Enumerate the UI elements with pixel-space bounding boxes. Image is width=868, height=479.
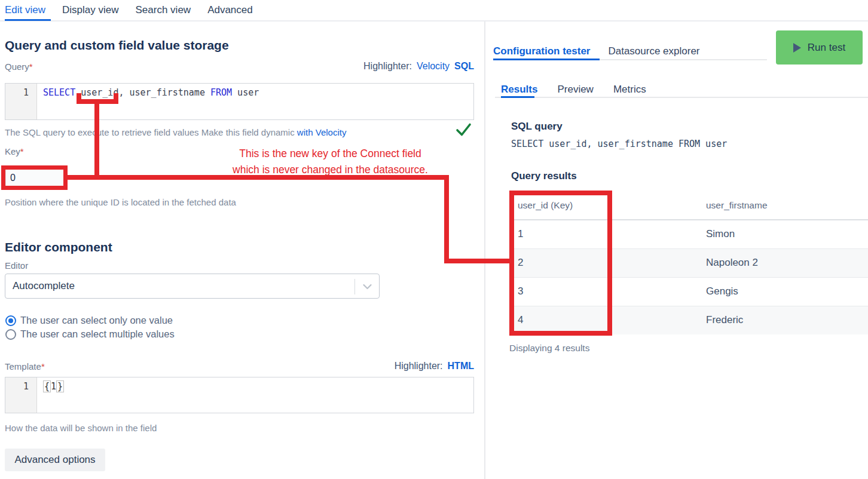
subtab-results[interactable]: Results <box>501 84 537 96</box>
highlighter-velocity-link[interactable]: Velocity <box>417 61 450 71</box>
annotation-note-line2: which is never changed in the datasource… <box>227 162 433 178</box>
advanced-options-button[interactable]: Advanced options <box>5 449 105 471</box>
select-divider <box>354 279 355 294</box>
chevron-down-icon[interactable] <box>362 282 372 294</box>
template-code-line[interactable]: {1} <box>37 377 473 413</box>
cell-user-id: 4 <box>509 306 698 334</box>
editor-select-value: Autocomplete <box>5 280 75 292</box>
sql-keyword-select: SELECT <box>43 87 75 98</box>
sql-columns: user_id, user_firstname <box>75 87 210 98</box>
results-count-text: Displaying 4 results <box>509 343 589 354</box>
line-number: 1 <box>23 87 29 98</box>
query-code-editor[interactable]: 1 SELECT user_id, user_firstname FROM us… <box>5 83 474 120</box>
subtab-preview[interactable]: Preview <box>557 84 593 96</box>
cell-user-firstname: Napoleon 2 <box>698 248 868 277</box>
tab-display-view[interactable]: Display view <box>62 4 118 16</box>
cell-user-id: 3 <box>509 277 698 306</box>
query-help-text: The SQL query to execute to retrieve fie… <box>5 127 346 137</box>
highlighter-sql-link[interactable]: SQL <box>454 61 474 71</box>
table-header-row: user_id (Key) user_firstname <box>509 191 868 220</box>
query-results-table: user_id (Key) user_firstname 1 Simon 2 N… <box>509 191 868 334</box>
cell-user-id: 2 <box>509 248 698 277</box>
template-code-editor[interactable]: 1 {1} <box>5 377 474 413</box>
required-asterisk: * <box>41 361 45 371</box>
cell-user-firstname: Simon <box>698 220 868 248</box>
highlighter-label: Highlighter: <box>363 61 412 71</box>
table-row: 4 Frederic <box>509 306 868 334</box>
template-help-text: How the data will be shown in the field <box>5 423 157 433</box>
tab-search-view[interactable]: Search view <box>136 4 191 16</box>
top-tab-divider <box>0 20 868 22</box>
annotation-line-vertical-2 <box>444 175 449 263</box>
valid-check-icon <box>456 122 472 140</box>
template-token: 1 <box>51 381 56 392</box>
tab-edit-view[interactable]: Edit view <box>5 4 45 16</box>
radio-single-label: The user can select only one value <box>20 315 173 326</box>
key-label-row: Key* <box>5 146 474 156</box>
table-row: 3 Gengis <box>509 277 868 306</box>
editor-label: Editor <box>5 260 28 271</box>
radio-option-single[interactable]: The user can select only one value <box>5 315 173 326</box>
table-row: 2 Napoleon 2 <box>509 248 868 277</box>
cell-user-firstname: Frederic <box>698 306 868 334</box>
query-editor-gutter: 1 <box>5 84 37 119</box>
query-label: Query* <box>5 62 33 72</box>
query-label-row: Query* Highlighter:VelocitySQL <box>5 61 474 72</box>
cell-user-firstname: Gengis <box>698 277 868 306</box>
column-header-user-id: user_id (Key) <box>509 191 698 220</box>
key-input[interactable] <box>5 168 64 188</box>
line-number: 1 <box>23 381 29 392</box>
sql-query-title: SQL query <box>511 121 563 133</box>
editor-select[interactable]: Autocomplete <box>5 274 380 299</box>
section-title-query-storage: Query and custom field value storage <box>5 38 229 53</box>
template-editor-gutter: 1 <box>5 377 37 413</box>
table-row: 1 Simon <box>509 220 868 248</box>
results-subtab-bar: Results Preview Metrics <box>501 84 646 96</box>
cell-user-id: 1 <box>509 220 698 248</box>
radio-selected-icon[interactable] <box>5 315 16 326</box>
key-help-text: Position where the unique ID is located … <box>5 197 236 207</box>
tester-active-tab-indicator <box>493 59 600 60</box>
close-brace: } <box>56 380 64 392</box>
sql-keyword-from: FROM <box>210 87 232 98</box>
column-header-user-firstname: user_firstname <box>698 191 868 220</box>
open-brace: { <box>43 380 51 392</box>
section-title-editor-component: Editor component <box>5 240 112 254</box>
subtab-active-indicator <box>501 96 534 98</box>
sql-table: user <box>232 87 259 98</box>
highlighter-html-link[interactable]: HTML <box>448 361 474 371</box>
run-test-label: Run test <box>808 42 845 54</box>
template-highlighter-switch: Highlighter:HTML <box>395 361 474 371</box>
query-highlighter-switch: Highlighter:VelocitySQL <box>363 61 474 72</box>
radio-unselected-icon[interactable] <box>5 329 16 340</box>
tester-tab-bar: Configuration tester Datasource explorer <box>493 45 700 57</box>
editor-label-row: Editor <box>5 260 474 271</box>
sql-query-echo: SELECT user_id, user_firstname FROM user <box>511 139 727 149</box>
annotation-line-horizontal-1 <box>68 175 449 180</box>
tab-advanced[interactable]: Advanced <box>207 4 253 16</box>
radio-option-multiple[interactable]: The user can select multiple values <box>5 328 175 340</box>
with-velocity-link[interactable]: with Velocity <box>297 127 347 137</box>
connect-field-config-page: Edit view Display view Search view Advan… <box>0 0 868 479</box>
top-tab-bar: Edit view Display view Search view Advan… <box>5 4 253 16</box>
radio-multiple-label: The user can select multiple values <box>20 328 175 340</box>
subtab-divider <box>495 97 868 98</box>
required-asterisk: * <box>29 62 33 72</box>
run-test-button[interactable]: Run test <box>776 30 863 65</box>
tab-datasource-explorer[interactable]: Datasource explorer <box>608 45 699 57</box>
highlighter-label: Highlighter: <box>395 361 443 371</box>
panel-divider <box>484 22 485 479</box>
play-icon <box>793 43 801 53</box>
active-tab-indicator <box>5 19 51 21</box>
subtab-metrics[interactable]: Metrics <box>613 84 646 96</box>
query-code-line[interactable]: SELECT user_id, user_firstname FROM user <box>37 84 473 119</box>
required-asterisk: * <box>20 146 24 156</box>
tab-configuration-tester[interactable]: Configuration tester <box>493 45 590 57</box>
template-label-row: Template* Highlighter:HTML <box>5 361 474 371</box>
template-label: Template* <box>5 361 45 371</box>
key-label: Key* <box>5 146 24 156</box>
query-results-title: Query results <box>511 170 577 182</box>
